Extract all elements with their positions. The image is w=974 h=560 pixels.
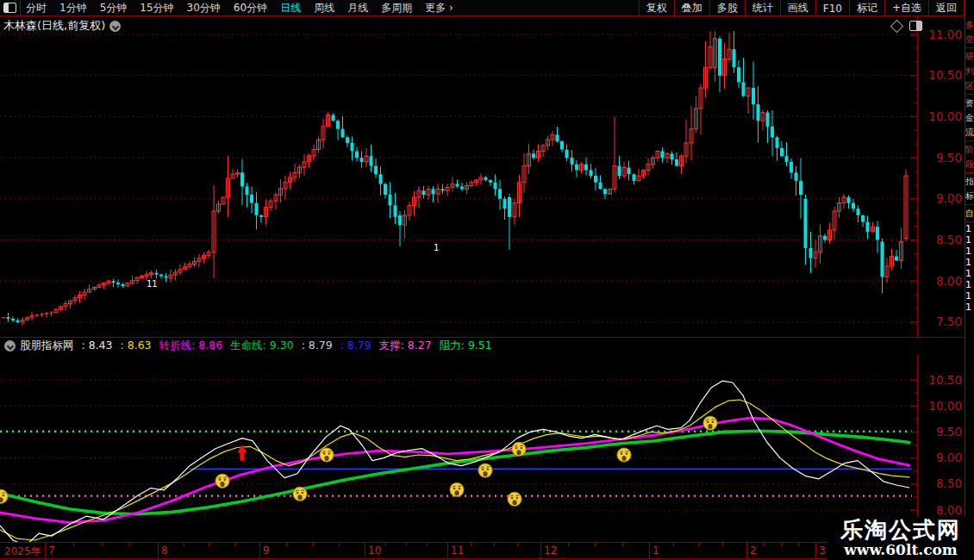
month-boundary-tick: [365, 543, 365, 558]
week-tick: [184, 543, 184, 546]
sidebar-separator: [965, 204, 974, 205]
indicator-collapse-icon[interactable]: [4, 340, 16, 352]
sidebar-item-12[interactable]: 段: [965, 157, 974, 171]
toolbar-button-F10[interactable]: F10: [815, 0, 849, 16]
toolbar-item-5分钟[interactable]: 5分钟: [100, 1, 128, 16]
svg-text:8.50: 8.50: [936, 476, 962, 490]
sidebar-item-1[interactable]: 空: [965, 32, 974, 47]
emoji-signal-4: [450, 482, 464, 496]
toolbar-item-更多 ›[interactable]: 更多 ›: [425, 1, 453, 16]
emoji-signal-8: [617, 448, 631, 462]
toolbar-button-叠加[interactable]: 叠加: [674, 0, 709, 16]
svg-text:8.00: 8.00: [936, 274, 962, 288]
trading-app-window: 分时1分钟5分钟15分钟30分钟60分钟日线周线月线多周期更多 › 复权叠加多股…: [0, 0, 974, 560]
sidebar-item-23[interactable]: 1: [965, 268, 974, 279]
toolbar-button-画线[interactable]: 画线: [780, 0, 815, 16]
main-candlestick-chart[interactable]: 11.0010.5010.009.509.008.508.007.50111: [0, 16, 965, 338]
week-tick: [622, 543, 623, 546]
emoji-signal-3: [320, 448, 334, 462]
sidebar-item-4[interactable]: 判: [965, 64, 974, 78]
sidebar-separator: [965, 94, 974, 95]
sidebar-item-25[interactable]: 1: [965, 290, 974, 302]
week-tick: [312, 543, 313, 546]
diamond-icon[interactable]: [890, 19, 904, 33]
toolbar-item-分时[interactable]: 分时: [26, 1, 47, 16]
toolbar-item-月线[interactable]: 月线: [347, 1, 368, 16]
week-tick: [209, 543, 209, 546]
week-tick: [385, 543, 386, 546]
main-chart-canvas[interactable]: 11.0010.5010.009.509.008.508.007.50111: [0, 16, 965, 337]
toolbar-item-1分钟[interactable]: 1分钟: [59, 1, 87, 16]
svg-text:9.50: 9.50: [936, 425, 962, 439]
week-tick: [406, 543, 407, 546]
indicator-value-3: 生命线: 9.30: [230, 339, 294, 353]
week-tick: [471, 543, 471, 546]
toolbar-button-统计[interactable]: 统计: [745, 0, 780, 16]
month-label-10: 10: [368, 544, 381, 557]
sidebar-item-22[interactable]: 1: [965, 257, 974, 268]
sidebar-item-5[interactable]: 区: [965, 78, 974, 93]
toolbar-button-多股[interactable]: 多股: [709, 0, 745, 16]
sidebar-separator: [965, 140, 974, 141]
week-tick: [427, 543, 428, 546]
sidebar-item-0[interactable]: 多: [965, 17, 974, 32]
week-tick: [234, 543, 235, 546]
sidebar-item-14[interactable]: 指: [965, 174, 974, 189]
toolbar-right-menu: 复权叠加多股统计画线F10标记+自选返回: [639, 0, 965, 16]
sidebar-item-7[interactable]: 资: [965, 96, 974, 110]
sidebar-item-8[interactable]: 金: [965, 110, 974, 125]
week-tick: [698, 543, 699, 546]
month-boundary-tick: [45, 543, 46, 558]
sidebar-item-15[interactable]: 标: [965, 189, 974, 203]
week-tick: [781, 543, 782, 546]
svg-text:11.00: 11.00: [928, 28, 962, 41]
toolbar-button-+自选[interactable]: +自选: [884, 0, 928, 16]
week-tick: [798, 543, 799, 546]
month-label-12: 12: [544, 544, 557, 557]
sidebar-item-26[interactable]: 1: [965, 302, 974, 313]
sidebar-item-17[interactable]: 自: [965, 206, 974, 221]
watermark: 乐淘公式网 www.60lt.com: [827, 517, 974, 560]
sidebar-item-9[interactable]: 流: [965, 125, 974, 140]
week-tick: [595, 543, 596, 546]
emoji-signal-6: [508, 492, 521, 506]
sidebar-separator: [965, 221, 974, 222]
lower-chart-canvas[interactable]: 10.5010.009.509.008.508.00: [0, 355, 965, 542]
chevron-down-icon[interactable]: [109, 21, 121, 32]
sidebar-item-11[interactable]: 阶: [965, 142, 974, 157]
week-tick: [722, 543, 723, 546]
toolbar-button-复权[interactable]: 复权: [639, 0, 674, 16]
month-label-11: 11: [451, 544, 464, 557]
lower-indicator-chart[interactable]: 10.5010.009.509.008.508.00: [0, 355, 965, 542]
toolbar-item-30分钟[interactable]: 30分钟: [187, 1, 221, 16]
sidebar-item-19[interactable]: 1: [965, 223, 974, 234]
panel-layout-icon[interactable]: [909, 21, 922, 31]
toolbar-item-周线[interactable]: 周线: [314, 1, 334, 16]
svg-text:8.50: 8.50: [936, 233, 962, 246]
watermark-site-name: 乐淘公式网: [840, 519, 961, 542]
svg-text:1: 1: [434, 243, 439, 252]
month-boundary-tick: [815, 543, 816, 558]
month-label-8: 8: [161, 544, 168, 557]
sidebar-item-21[interactable]: 1: [965, 246, 974, 257]
indicator-values: : 8.43: 8.63转折线: 8.86生命线: 9.30: 8.79: 8.…: [82, 339, 500, 353]
week-tick: [568, 543, 569, 546]
right-sidebar-strip[interactable]: 多空研判区资金流阶段指标自11111111: [965, 0, 974, 560]
toolbar-button-标记[interactable]: 标记: [849, 0, 884, 16]
indicator-name[interactable]: 股朋指标网: [20, 339, 74, 353]
month-boundary-tick: [158, 543, 159, 558]
toolbar-left-menu: 分时1分钟5分钟15分钟30分钟60分钟日线周线月线多周期更多 ›: [26, 1, 466, 16]
toolbar-item-日线[interactable]: 日线: [280, 1, 301, 16]
toolbar-item-多周期[interactable]: 多周期: [381, 1, 412, 16]
toolbar-item-60分钟[interactable]: 60分钟: [234, 1, 267, 16]
toolbar-button-返回[interactable]: 返回: [928, 0, 965, 16]
sidebar-item-20[interactable]: 1: [965, 234, 974, 246]
sidebar-item-3[interactable]: 研: [965, 49, 974, 64]
chart-title-row: 木林森(日线,前复权): [3, 18, 121, 34]
month-label-9: 9: [263, 544, 270, 557]
window-split-icon[interactable]: [3, 3, 16, 13]
toolbar-item-15分钟[interactable]: 15分钟: [140, 1, 173, 16]
month-label-7: 7: [48, 544, 55, 557]
indicator-value-0: : 8.43: [82, 339, 113, 353]
sidebar-item-24[interactable]: 1: [965, 279, 974, 290]
